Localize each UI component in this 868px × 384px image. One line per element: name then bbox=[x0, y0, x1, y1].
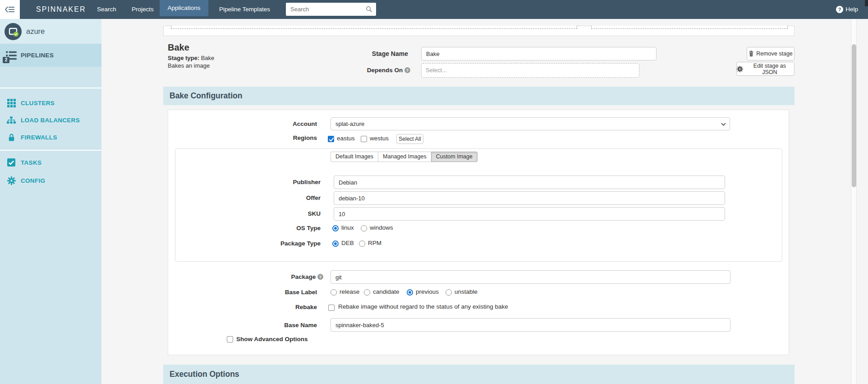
stage-type-line: Stage type: Bake bbox=[168, 55, 214, 61]
tasks-check-square-icon bbox=[7, 158, 15, 167]
help-link[interactable]: ? Help bbox=[836, 0, 858, 19]
os-type-linux-radio[interactable] bbox=[332, 225, 339, 231]
sidebar-item-label: TASKS bbox=[21, 159, 41, 166]
show-advanced-options-label: Show Advanced Options bbox=[236, 336, 308, 342]
offer-input[interactable] bbox=[334, 191, 725, 205]
sidebar-item-clusters[interactable]: CLUSTERS bbox=[0, 94, 101, 111]
publisher-label: Publisher bbox=[168, 176, 321, 189]
rebake-checkbox-label: Rebake image without regard to the statu… bbox=[338, 303, 508, 310]
clusters-grid-icon bbox=[7, 99, 16, 107]
package-type-rpm-radio[interactable] bbox=[359, 241, 365, 247]
sidebar-collapse-button[interactable] bbox=[0, 0, 20, 19]
base-label-release-label: release bbox=[340, 288, 359, 295]
section-title: Bake Configuration bbox=[170, 91, 242, 100]
sidebar-item-config[interactable]: CONFIG bbox=[0, 171, 101, 190]
stage-name-input[interactable] bbox=[421, 47, 657, 60]
package-type-label: Package Type bbox=[168, 240, 321, 248]
base-label-candidate-radio[interactable] bbox=[364, 289, 370, 296]
rebake-checkbox[interactable] bbox=[328, 305, 335, 311]
base-label-unstable-radio[interactable] bbox=[445, 289, 452, 296]
remove-stage-label: Remove stage bbox=[756, 51, 793, 57]
tab-custom-image[interactable]: Custom Image bbox=[431, 152, 478, 162]
depends-on-label: Depends On bbox=[367, 67, 403, 74]
package-label-wrap: Package ? bbox=[243, 271, 323, 283]
os-type-windows-radio[interactable] bbox=[361, 225, 367, 231]
depends-on-label-wrap: Depends On ? bbox=[313, 63, 410, 78]
collapse-menu-icon bbox=[5, 6, 15, 13]
base-label-previous-radio[interactable] bbox=[407, 289, 413, 296]
package-input[interactable] bbox=[331, 270, 730, 284]
show-advanced-options-checkbox[interactable] bbox=[227, 336, 233, 342]
os-type-linux-label: linux bbox=[341, 224, 354, 231]
publisher-input[interactable] bbox=[334, 176, 725, 189]
depends-on-placeholder: Select... bbox=[426, 67, 447, 74]
nav-item-search[interactable]: Search bbox=[97, 0, 116, 19]
account-label: Account bbox=[168, 118, 317, 130]
sidebar-item-label: CONFIG bbox=[21, 177, 45, 184]
sidebar-item-pipelines[interactable]: 2 PIPELINES bbox=[0, 44, 101, 67]
spinnaker-logo: SPINNAKER bbox=[36, 0, 86, 19]
stage-node-stub bbox=[171, 26, 577, 29]
search-icon bbox=[366, 6, 372, 13]
rebake-label: Rebake bbox=[168, 303, 317, 311]
base-label-candidate-label: candidate bbox=[373, 288, 400, 295]
stage-type-label: Stage type: bbox=[168, 55, 199, 61]
nav-item-pipeline-templates[interactable]: Pipeline Templates bbox=[219, 0, 270, 19]
image-source-tabs: Default Images Managed Images Custom Ima… bbox=[331, 152, 478, 162]
sku-input[interactable] bbox=[334, 207, 725, 221]
top-navbar: SPINNAKER Search Projects Applications P… bbox=[0, 0, 868, 19]
depends-on-select[interactable]: Select... bbox=[421, 63, 639, 78]
application-azure-icon bbox=[5, 23, 22, 40]
gear-icon bbox=[737, 66, 743, 72]
stage-title: Bake bbox=[168, 42, 189, 53]
tab-managed-images[interactable]: Managed Images bbox=[378, 152, 431, 162]
sidebar-item-load-balancers[interactable]: LOAD BALANCERS bbox=[0, 111, 101, 129]
stage-type-value: Bake bbox=[201, 55, 215, 61]
stage-name-label: Stage Name bbox=[322, 47, 408, 60]
edit-stage-json-label: Edit stage as JSON bbox=[745, 63, 794, 75]
os-type-label: OS Type bbox=[168, 224, 321, 232]
base-name-input[interactable] bbox=[331, 318, 730, 332]
region-westus-checkbox[interactable] bbox=[361, 136, 367, 142]
sidebar-item-label: FIREWALLS bbox=[21, 134, 57, 141]
account-select[interactable]: splat-azure bbox=[331, 117, 730, 130]
sidebar-item-firewalls[interactable]: FIREWALLS bbox=[0, 129, 101, 146]
chevron-down-icon bbox=[721, 123, 726, 126]
global-search-input[interactable] bbox=[286, 3, 376, 16]
section-title: Execution Options bbox=[170, 370, 239, 379]
vertical-scrollbar[interactable] bbox=[851, 19, 857, 384]
account-selected-value: splat-azure bbox=[335, 120, 364, 127]
package-label: Package bbox=[291, 273, 316, 280]
select-all-regions-button[interactable]: Select All bbox=[396, 134, 423, 144]
nav-item-applications[interactable]: Applications bbox=[160, 0, 208, 16]
scrollbar-thumb[interactable] bbox=[852, 44, 856, 187]
bake-configuration-header: Bake Configuration bbox=[163, 87, 795, 105]
sidebar-item-label: PIPELINES bbox=[21, 52, 54, 59]
edit-stage-json-button[interactable]: Edit stage as JSON bbox=[736, 62, 795, 76]
os-type-windows-label: windows bbox=[370, 224, 393, 231]
remove-stage-button[interactable]: Remove stage bbox=[747, 47, 795, 60]
tab-default-images[interactable]: Default Images bbox=[331, 152, 378, 162]
region-eastus-label: eastus bbox=[337, 135, 355, 142]
sidebar-divider bbox=[0, 88, 101, 88]
depends-on-help-icon[interactable]: ? bbox=[404, 67, 410, 73]
base-label-release-radio[interactable] bbox=[331, 289, 337, 296]
application-header[interactable]: azure bbox=[0, 19, 101, 44]
regions-label: Regions bbox=[168, 134, 317, 142]
sidebar-item-tasks[interactable]: TASKS bbox=[0, 153, 101, 171]
firewalls-lock-icon bbox=[8, 133, 15, 142]
package-help-icon[interactable]: ? bbox=[317, 274, 323, 280]
package-type-rpm-label: RPM bbox=[368, 240, 381, 246]
load-balancers-sitemap-icon bbox=[6, 116, 16, 124]
app-sidebar: azure 2 PIPELINES bbox=[0, 19, 101, 384]
config-gear-icon bbox=[7, 176, 16, 185]
stage-description: Bakes an image bbox=[168, 62, 210, 69]
pipeline-graph-strip bbox=[163, 26, 795, 36]
execution-options-header: Execution Options bbox=[163, 365, 795, 384]
help-label: Help bbox=[845, 0, 858, 19]
nav-item-projects[interactable]: Projects bbox=[132, 0, 154, 19]
pipelines-count-badge: 2 bbox=[3, 57, 9, 63]
sidebar-divider bbox=[0, 150, 101, 151]
package-type-deb-radio[interactable] bbox=[332, 241, 339, 247]
region-eastus-checkbox[interactable] bbox=[328, 136, 334, 142]
